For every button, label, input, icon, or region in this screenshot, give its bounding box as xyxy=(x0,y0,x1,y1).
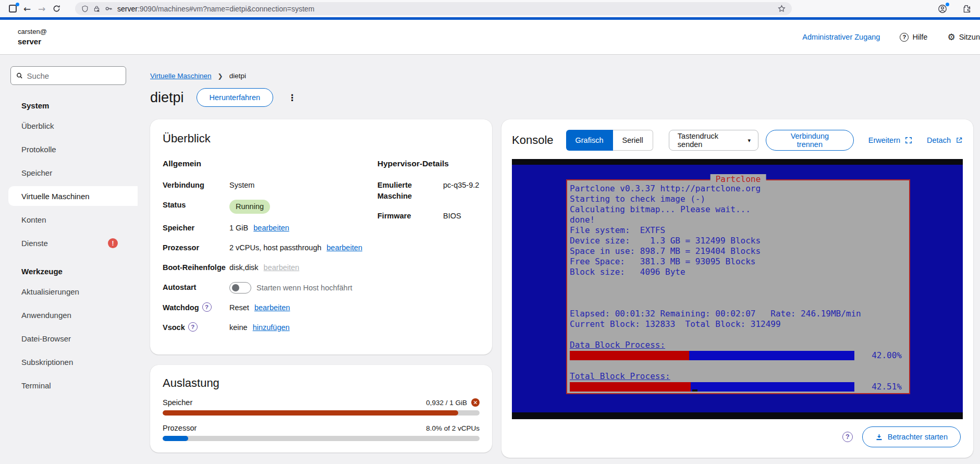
expand-link[interactable]: Erweitern xyxy=(868,136,912,144)
usage-title: Auslastung xyxy=(163,376,480,390)
data-block-progress-row: 42.00% xyxy=(570,350,909,361)
partclone-dialog-title: Partclone xyxy=(710,174,766,185)
sidebar-item-speicher[interactable]: Speicher xyxy=(0,161,138,185)
shutdown-button[interactable]: Herunterfahren xyxy=(197,88,274,107)
dienste-alert-badge: ! xyxy=(108,238,118,248)
viewer-help-icon[interactable]: ? xyxy=(842,432,853,442)
edit-boot-link[interactable]: bearbeiten xyxy=(264,262,300,273)
sidebar: System Überblick Protokolle Speicher Vir… xyxy=(0,55,138,464)
main-content: Virtuelle Maschinen ❯ dietpi dietpi Heru… xyxy=(138,55,980,464)
chevron-down-icon: ▾ xyxy=(748,137,751,144)
watchdog-help-icon[interactable]: ? xyxy=(202,302,212,312)
extensions-puzzle-icon[interactable] xyxy=(959,2,974,16)
bookmark-star-icon[interactable] xyxy=(778,5,786,13)
memory-row: Speicher 1 GiB bearbeiten xyxy=(163,223,377,234)
breadcrumb-current: dietpi xyxy=(229,72,246,80)
session-menu[interactable]: ⚙ Sitzun xyxy=(947,32,980,42)
sidebar-section-system: System xyxy=(0,96,138,114)
data-block-percent: 42.00% xyxy=(872,350,902,361)
cockpit-window: ← → server:9090/machines#vm?name=dietpi&… xyxy=(0,0,980,464)
tab-serial[interactable]: Seriell xyxy=(613,130,653,151)
search-input[interactable] xyxy=(27,71,120,80)
sidebar-item-anwendungen[interactable]: Anwendungen xyxy=(0,303,138,327)
total-block-progress-bar xyxy=(570,382,854,392)
forward-icon[interactable]: → xyxy=(34,2,49,16)
cpu-usage-value: 8.0% of 2 vCPUs xyxy=(426,424,480,432)
memory-usage-bar xyxy=(163,410,480,416)
emulated-machine-row: Emulierte Maschine pc-q35-9.2 xyxy=(377,180,480,202)
tab-graphical[interactable]: Grafisch xyxy=(566,130,613,151)
sidebar-search[interactable] xyxy=(10,66,126,85)
url-bar[interactable]: server:9090/machines#vm?name=dietpi&conn… xyxy=(75,2,792,15)
hostname: server xyxy=(18,36,47,47)
overview-title: Überblick xyxy=(163,132,480,145)
shield-icon[interactable] xyxy=(81,5,89,13)
send-key-dropdown[interactable]: Tastendruck senden ▾ xyxy=(669,130,758,151)
help-menu[interactable]: ? Hilfe xyxy=(900,33,927,42)
console-line: done! xyxy=(570,215,909,225)
autostart-text: Starten wenn Host hochfährt xyxy=(256,283,352,294)
detach-link[interactable]: Detach xyxy=(927,136,963,144)
back-icon[interactable]: ← xyxy=(20,2,34,16)
firmware-value: BIOS xyxy=(443,211,461,222)
cpu-row: Prozessor 2 vCPUs, host passthrough bear… xyxy=(163,242,377,253)
sidebar-item-ueberblick[interactable]: Überblick xyxy=(0,114,138,138)
console-elapsed-line: Elapsed: 00:01:32 Remaining: 00:02:07 Ra… xyxy=(570,309,909,319)
memory-usage-value: 0,932 / 1 GiB xyxy=(426,399,467,407)
autostart-toggle[interactable] xyxy=(229,282,251,294)
partclone-dialog: Partclone Partclone v0.3.37 http://partc… xyxy=(566,179,910,394)
console-line: File system: EXTFS xyxy=(570,225,909,236)
add-vsock-link[interactable]: hinzufügen xyxy=(253,322,290,333)
breadcrumb: Virtuelle Maschinen ❯ dietpi xyxy=(150,72,973,80)
connection-row: Verbindung System xyxy=(163,180,377,191)
chevron-right-icon: ❯ xyxy=(218,72,223,80)
sidebar-item-terminal[interactable]: Terminal xyxy=(0,374,138,397)
help-icon: ? xyxy=(900,33,909,42)
sidebar-item-protokolle[interactable]: Protokolle xyxy=(0,138,138,161)
kebab-menu-icon[interactable]: ⋮ xyxy=(286,92,299,103)
vsock-help-icon[interactable]: ? xyxy=(188,322,198,332)
overview-card: Überblick Allgemein Verbindung System St… xyxy=(150,119,492,355)
boot-order-row: Boot-Reihenfolge disk,disk bearbeiten xyxy=(163,262,377,273)
sidebar-item-aktualisierungen[interactable]: Aktualisierungen xyxy=(0,280,138,303)
console-card: Konsole Grafisch Seriell Tastendruck sen… xyxy=(501,119,973,458)
logged-in-user: carsten@ server xyxy=(18,27,47,47)
terminal-cursor xyxy=(692,389,697,392)
sidebar-item-dienste[interactable]: Dienste ! xyxy=(0,231,138,255)
emulated-machine-value: pc-q35-9.2 xyxy=(443,180,479,191)
disconnect-button[interactable]: Verbindung trennen xyxy=(766,130,854,151)
console-line: Free Space: 381.3 MB = 93095 Blocks xyxy=(570,257,909,267)
username: carsten@ xyxy=(18,27,47,36)
console-current-block-line: Current Block: 132833 Total Block: 31249… xyxy=(570,319,909,329)
vsock-value: keine xyxy=(229,322,248,333)
memory-usage-row: Speicher 0,932 / 1 GiB ✕ xyxy=(163,398,480,407)
cpu-usage-row: Prozessor 8.0% of 2 vCPUs xyxy=(163,424,480,432)
sidebar-item-virtuelle-maschinen[interactable]: Virtuelle Maschinen xyxy=(8,186,138,206)
sidebar-item-konten[interactable]: Konten xyxy=(0,208,138,231)
key-icon[interactable] xyxy=(105,5,113,13)
breadcrumb-vm-link[interactable]: Virtuelle Maschinen xyxy=(150,72,212,80)
hypervisor-section-title: Hypervisor-Details xyxy=(377,159,480,168)
sidebar-item-subskriptionen[interactable]: Subskriptionen xyxy=(0,350,138,374)
vm-console-screen[interactable]: Partclone Partclone v0.3.37 http://partc… xyxy=(512,159,963,419)
lock-warning-icon[interactable] xyxy=(93,5,100,12)
status-row: Status Running xyxy=(163,200,377,214)
account-icon[interactable] xyxy=(935,2,950,16)
console-line: Starting to check image (-) xyxy=(570,194,909,204)
edit-watchdog-link[interactable]: bearbeiten xyxy=(254,302,290,313)
watchdog-value: Reset xyxy=(229,302,249,313)
tab-icon[interactable] xyxy=(5,2,20,16)
edit-memory-link[interactable]: bearbeiten xyxy=(253,223,289,234)
launch-viewer-button[interactable]: Betrachter starten xyxy=(862,426,961,447)
total-block-percent: 42.51% xyxy=(872,382,902,392)
admin-access-link[interactable]: Administrativer Zugang xyxy=(802,33,880,41)
reload-icon[interactable] xyxy=(49,2,64,16)
url-text: server:9090/machines#vm?name=dietpi&conn… xyxy=(117,5,314,13)
console-line: Calculating bitmap... Please wait... xyxy=(570,204,909,215)
sidebar-item-datei-browser[interactable]: Datei-Browser xyxy=(0,327,138,350)
boot-order-value: disk,disk xyxy=(229,262,259,273)
data-block-progress-bar xyxy=(570,351,854,360)
autostart-row: Autostart Starten wenn Host hochfährt xyxy=(163,282,377,294)
edit-cpu-link[interactable]: bearbeiten xyxy=(327,242,363,253)
external-link-icon xyxy=(956,137,963,144)
